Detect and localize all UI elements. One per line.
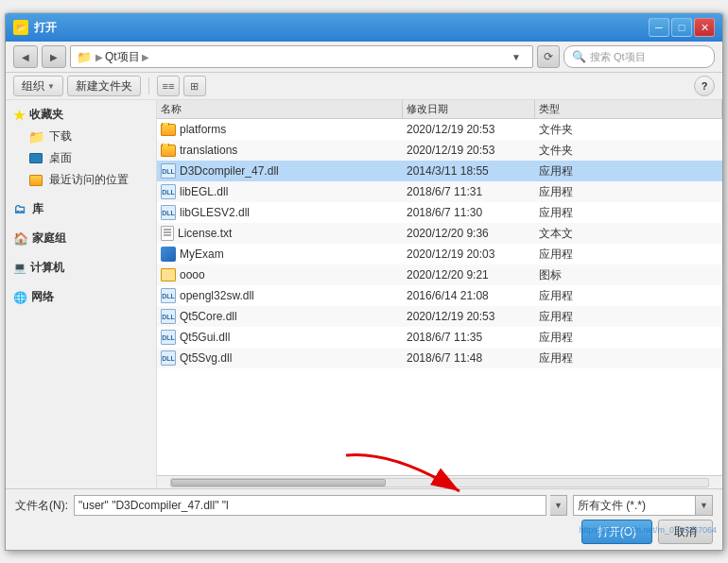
new-folder-button[interactable]: 新建文件夹 [67,76,141,96]
cancel-button[interactable]: 取消 [658,520,713,544]
computer-section[interactable]: 💻 计算机 [6,257,156,279]
dll-icon: DLL [161,184,176,199]
main-content: ★ 收藏夹 📁 下载 桌面 最近访问的位置 [6,100,722,488]
file-name: DLL Qt5Core.dll [157,309,403,324]
organize-button[interactable]: 组织 ▼ [13,76,63,96]
file-name: DLL Qt5Gui.dll [157,330,403,345]
filetype-dropdown[interactable]: ▼ [696,495,713,516]
filename-input-container: ▼ [74,495,567,516]
library-section[interactable]: 🗂 库 [6,198,156,220]
dll-icon: DLL [161,309,176,324]
favorites-label: 收藏夹 [29,107,63,123]
window-title: 打开 [34,20,57,36]
location-img-icon [29,175,43,186]
col-type-header[interactable]: 类型 [535,100,722,118]
recent-icon [28,174,43,187]
help-icon: ? [702,80,708,92]
homegroup-section[interactable]: 🏠 家庭组 [6,228,156,249]
image-icon [161,268,176,282]
breadcrumb-arrow: ▶ [95,52,103,62]
file-row[interactable]: platforms 2020/12/19 20:53 文件夹 [157,119,722,140]
file-type: 应用程 [535,247,722,263]
star-icon: ★ [13,108,26,123]
title-bar: 📂 打开 ─ □ ✕ [6,13,722,42]
desktop-label: 桌面 [49,150,72,166]
file-row[interactable]: MyExam 2020/12/19 20:03 应用程 [157,244,722,264]
file-row[interactable]: translations 2020/12/19 20:53 文件夹 [157,140,722,161]
maximize-button[interactable]: □ [671,18,692,37]
file-type: 文件夹 [535,143,722,159]
horizontal-scrollbar[interactable] [157,475,722,488]
col-date-header[interactable]: 修改日期 [403,100,535,118]
file-area: 名称 修改日期 类型 platforms 2020/12/19 20:53 文件… [157,100,722,488]
file-row[interactable]: DLL Qt5Core.dll 2020/12/19 20:53 应用程 [157,306,722,327]
bottom-bar: 文件名(N): ▼ ▼ 打开(O) 取消 [6,488,722,550]
file-date: 2020/12/19 20:03 [403,247,535,261]
file-list: platforms 2020/12/19 20:53 文件夹 translati… [157,119,722,475]
refresh-icon: ⟳ [544,50,553,63]
search-box[interactable]: 🔍 搜索 Qt项目 [563,45,715,68]
homegroup-label: 家庭组 [32,230,66,247]
open-button[interactable]: 打开(O) [581,520,652,544]
favorites-section[interactable]: ★ 收藏夹 [6,104,156,126]
file-date: 2018/6/7 11:31 [403,185,535,198]
filetype-input[interactable] [573,495,696,516]
file-type: 应用程 [535,184,722,200]
refresh-button[interactable]: ⟳ [537,45,560,68]
view-grid-icon: ⊞ [190,80,199,93]
homegroup-icon: 🏠 [13,231,28,246]
sidebar-item-recent[interactable]: 最近访问的位置 [6,169,156,191]
file-name: DLL opengl32sw.dll [157,288,403,303]
file-date: 2020/12/19 20:53 [403,310,535,323]
address-breadcrumb: ▶ Qt项目 ▶ [95,49,149,65]
file-name: platforms [157,123,403,136]
dll-icon: DLL [161,330,176,345]
file-row[interactable]: DLL libGLESV2.dll 2018/6/7 11:30 应用程 [157,202,722,223]
file-row[interactable]: DLL Qt5Gui.dll 2018/6/7 11:35 应用程 [157,327,722,348]
file-date: 2020/12/20 9:36 [403,227,535,240]
address-dropdown-icon[interactable]: ▼ [511,52,527,62]
breadcrumb-arrow2: ▶ [142,52,149,62]
hscroll-thumb [171,479,386,486]
file-row[interactable]: DLL libEGL.dll 2018/6/7 11:31 应用程 [157,181,722,202]
file-type: 应用程 [535,288,722,304]
address-bar[interactable]: 📁 ▶ Qt项目 ▶ ▼ [70,45,533,68]
forward-button[interactable]: ▶ [42,45,66,68]
file-type: 应用程 [535,330,722,346]
view-toggle-button[interactable]: ≡≡ [157,76,180,96]
file-row[interactable]: DLL Qt5Svg.dll 2018/6/7 11:48 应用程 [157,348,722,368]
file-row[interactable]: DLL opengl32sw.dll 2016/6/14 21:08 应用程 [157,285,722,306]
file-row[interactable]: oooo 2020/12/20 9:21 图标 [157,264,722,285]
network-section[interactable]: 🌐 网络 [6,286,156,308]
file-type: 应用程 [535,350,722,367]
sidebar-item-downloads[interactable]: 📁 下载 [6,126,156,147]
file-name: DLL libGLESV2.dll [157,205,403,220]
file-date: 2018/6/7 11:35 [403,331,535,344]
minimize-button[interactable]: ─ [649,18,669,37]
file-row[interactable]: DLL D3Dcompiler_47.dll 2014/3/11 18:55 应… [157,161,722,181]
breadcrumb-item: Qt项目 [105,49,140,65]
file-name: translations [157,144,403,157]
filename-dropdown[interactable]: ▼ [550,495,567,516]
dll-icon: DLL [161,288,176,303]
file-name: MyExam [157,247,403,262]
file-row[interactable]: License.txt 2020/12/20 9:36 文本文 [157,223,722,244]
file-date: 2014/3/11 18:55 [403,164,535,178]
file-date: 2018/6/7 11:30 [403,206,535,219]
search-placeholder: 搜索 Qt项目 [590,50,646,64]
file-date: 2020/12/19 20:53 [403,123,535,136]
back-button[interactable]: ◀ [13,45,38,68]
recent-label: 最近访问的位置 [49,172,129,188]
view-grid-button[interactable]: ⊞ [183,76,206,96]
close-button[interactable]: ✕ [694,18,715,37]
sidebar-item-desktop[interactable]: 桌面 [6,147,156,169]
desktop-icon [28,152,43,165]
file-name: oooo [157,268,403,282]
filename-input[interactable] [74,495,546,516]
help-button[interactable]: ? [694,76,715,96]
dll-icon: DLL [161,163,176,179]
title-icon: 📂 [13,20,28,35]
toolbar-separator [148,77,149,94]
col-name-header[interactable]: 名称 [157,100,403,118]
computer-icon: 💻 [13,262,26,274]
